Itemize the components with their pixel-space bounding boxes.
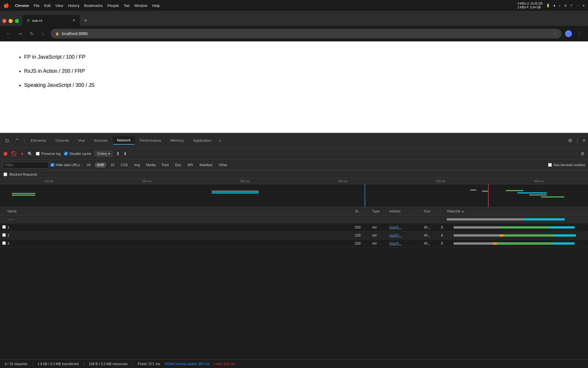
- tab-application[interactable]: Application: [189, 137, 215, 144]
- timeline-bar-3: [212, 191, 259, 192]
- table-row[interactable]: 1 200 xhr AjaxO... 45... 9: [0, 223, 588, 231]
- filter-ws-button[interactable]: WS: [185, 162, 195, 168]
- timeline-bar-7: [506, 190, 523, 191]
- timeline-label-300: 300 ms: [196, 180, 294, 183]
- timeline-bar-1: [12, 193, 35, 194]
- devtools-settings-button[interactable]: ⚙: [568, 137, 572, 144]
- timeline-labels: 100 ms 200 ms 300 ms 400 ms 500 ms 600 m…: [0, 179, 588, 184]
- dom-content-loaded-time: DOMContentLoaded: 492 ms: [165, 362, 210, 366]
- filter-icon[interactable]: ▼: [20, 152, 24, 156]
- search-network-button[interactable]: 🔍: [28, 152, 32, 156]
- header-size[interactable]: Size: [424, 209, 441, 213]
- has-blocked-cookies-filter[interactable]: Has blocked cookies: [548, 163, 585, 167]
- tab-network[interactable]: Network: [113, 136, 135, 145]
- toolbar-divider: [24, 137, 24, 144]
- reload-button[interactable]: ↻: [28, 30, 36, 38]
- timeline-bar-2: [12, 195, 35, 196]
- close-window-button[interactable]: [2, 19, 6, 23]
- forward-button[interactable]: →: [16, 30, 24, 38]
- throttle-dropdown[interactable]: Online ▾: [95, 151, 113, 157]
- filter-manifest-button[interactable]: Manifest: [197, 162, 215, 168]
- import-button[interactable]: ⬆: [116, 151, 120, 156]
- active-tab[interactable]: V vue-rx ×: [22, 15, 80, 26]
- table-row-header[interactable]: ——: [0, 215, 588, 223]
- clear-button[interactable]: 🚫: [11, 151, 17, 156]
- minimize-window-button[interactable]: [9, 19, 13, 23]
- filter-other-button[interactable]: Other: [216, 162, 230, 168]
- url-display: localhost:8080: [62, 31, 88, 36]
- filter-css-button[interactable]: CSS: [119, 162, 130, 168]
- timeline-bar-4: [212, 192, 259, 193]
- header-waterfall[interactable]: Waterfall ▲: [447, 209, 586, 213]
- user-avatar[interactable]: [565, 30, 572, 37]
- filter-img-button[interactable]: Img: [132, 162, 142, 168]
- menu-people[interactable]: People: [107, 3, 119, 8]
- menu-window[interactable]: Window: [134, 3, 147, 8]
- filter-xhr-button[interactable]: XHR: [94, 162, 106, 168]
- menu-file[interactable]: File: [34, 3, 40, 8]
- list-item: FP in JavaScript / 100 / FP: [24, 53, 571, 61]
- blocked-requests-checkbox[interactable]: [3, 172, 7, 176]
- address-input[interactable]: 🔒 localhost:8080 ☆: [51, 29, 562, 39]
- back-button[interactable]: ←: [5, 30, 13, 38]
- book-list: FP in JavaScript / 100 / FP RxJS in Acti…: [17, 53, 571, 89]
- bookmark-star-icon[interactable]: ☆: [553, 31, 557, 36]
- header-type[interactable]: Type: [372, 209, 389, 213]
- tab-bar: V vue-rx × +: [0, 11, 588, 26]
- filter-all-button[interactable]: All: [84, 162, 93, 168]
- timeline-canvas: [0, 184, 588, 207]
- tab-performance[interactable]: Performance: [136, 137, 165, 144]
- tab-memory[interactable]: Memory: [166, 137, 188, 144]
- new-tab-button[interactable]: +: [81, 17, 90, 26]
- filter-js-button[interactable]: JS: [108, 162, 117, 168]
- devtools-close-button[interactable]: ×: [582, 137, 586, 144]
- timeline-bar-6: [482, 191, 488, 192]
- menu-bookmarks[interactable]: Bookmarks: [84, 3, 103, 8]
- header-status[interactable]: St...: [355, 209, 372, 213]
- hide-data-urls-checkbox[interactable]: Hide data URLs: [51, 163, 80, 167]
- menu-history[interactable]: History: [68, 3, 79, 8]
- tab-elements[interactable]: Elements: [27, 137, 50, 144]
- table-row[interactable]: 2 200 xhr AjaxO... 45... 8: [0, 231, 588, 239]
- home-button[interactable]: ⌂: [39, 30, 47, 38]
- disable-cache-checkbox[interactable]: Disable cache: [64, 152, 91, 156]
- filter-font-button[interactable]: Font: [160, 162, 171, 168]
- menu-chrome[interactable]: Chrome: [15, 3, 29, 8]
- maximize-window-button[interactable]: [15, 19, 19, 23]
- tab-close-button[interactable]: ×: [73, 18, 75, 23]
- menu-tab[interactable]: Tab: [123, 3, 129, 8]
- export-button[interactable]: ⬇: [123, 151, 127, 156]
- tab-vue[interactable]: Vue: [74, 137, 89, 144]
- inspect-element-button[interactable]: ⊡: [2, 136, 11, 145]
- search-icon[interactable]: ⌕: [559, 4, 561, 7]
- devtools-more-button[interactable]: ⋮: [575, 137, 580, 144]
- table-row[interactable]: 3 200 xhr AjaxO... 45... 9: [0, 239, 588, 248]
- device-toolbar-button[interactable]: 📱: [13, 136, 22, 145]
- menu-edit[interactable]: Edit: [44, 3, 51, 8]
- preserve-log-checkbox[interactable]: Preserve log: [36, 152, 61, 156]
- header-name[interactable]: Name: [7, 209, 355, 213]
- menu-help[interactable]: Help: [152, 3, 160, 8]
- tab-title: vue-rx: [32, 18, 42, 23]
- tab-sources[interactable]: Sources: [90, 137, 112, 144]
- tab-console[interactable]: Console: [51, 137, 73, 144]
- notification-icon: ⚐: [570, 4, 573, 7]
- timeline-label-600: 600 ms: [490, 180, 588, 183]
- filter-doc-button[interactable]: Doc: [173, 162, 183, 168]
- more-tabs-button[interactable]: »: [216, 137, 223, 144]
- load-time: Load: 510 ms: [214, 362, 235, 366]
- apple-menu[interactable]: 🍎: [3, 3, 9, 8]
- record-button[interactable]: [3, 152, 7, 156]
- status-sep-3: |: [132, 362, 133, 366]
- timeline-label-500: 500 ms: [392, 180, 490, 183]
- timeline-bar-10: [541, 196, 564, 198]
- battery-icon: 🔋: [546, 4, 550, 7]
- network-settings-button[interactable]: ⚙: [581, 151, 585, 156]
- chrome-menu-button[interactable]: ⋮: [575, 30, 583, 38]
- header-initiator[interactable]: Initiator: [389, 209, 424, 213]
- menu-view[interactable]: View: [55, 3, 63, 8]
- filter-media-button[interactable]: Media: [144, 162, 158, 168]
- more-icon[interactable]: ···: [577, 4, 579, 7]
- filter-input[interactable]: [3, 162, 49, 168]
- network-table: Name St... Type Initiator Size Waterfall…: [0, 207, 588, 359]
